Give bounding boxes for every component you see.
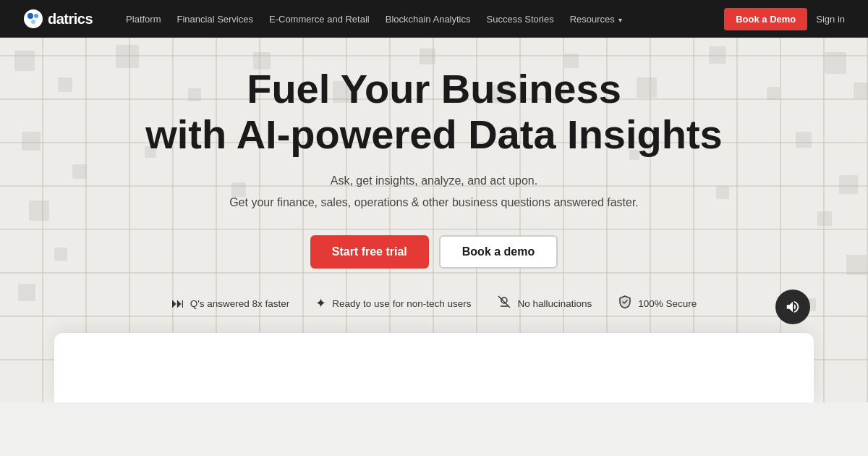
sparkle-icon: ✦ — [315, 295, 326, 311]
hero-content: Fuel Your Business with AI-powered Data … — [145, 67, 723, 295]
fast-forward-icon: ⏭ — [171, 296, 184, 311]
svg-point-2 — [34, 14, 38, 18]
preview-card — [54, 333, 814, 402]
hero-subtitle: Ask, get insights, analyze, and act upon… — [145, 172, 723, 211]
feature-badges: ⏭ Q's answered 8x faster ✦ Ready to use … — [171, 295, 697, 333]
nav-financial[interactable]: Financial Services — [177, 14, 254, 25]
logo-text: datrics — [48, 11, 93, 28]
chevron-down-icon: ▾ — [618, 16, 622, 24]
nav-platform[interactable]: Platform — [126, 14, 161, 25]
hero-title: Fuel Your Business with AI-powered Data … — [145, 67, 723, 157]
shield-icon — [618, 295, 632, 313]
logo[interactable]: datrics — [23, 9, 93, 29]
nav-links: Platform Financial Services E-Commerce a… — [126, 14, 704, 25]
no-hallucinations-icon — [497, 295, 511, 313]
svg-point-0 — [24, 9, 43, 28]
svg-point-3 — [31, 20, 35, 24]
svg-point-1 — [27, 13, 33, 19]
badge-hallucinations: No hallucinations — [497, 295, 592, 313]
start-trial-button[interactable]: Start free trial — [310, 235, 429, 269]
hero-section: Fuel Your Business with AI-powered Data … — [0, 38, 868, 402]
navbar: datrics Platform Financial Services E-Co… — [0, 0, 868, 38]
nav-blockchain[interactable]: Blockchain Analytics — [386, 14, 471, 25]
nav-resources[interactable]: Resources ▾ — [570, 14, 623, 25]
hero-buttons: Start free trial Book a demo — [145, 235, 723, 269]
nav-success[interactable]: Success Stories — [487, 14, 554, 25]
book-demo-cta-button[interactable]: Book a demo — [439, 235, 558, 269]
nav-right: Book a Demo Sign in — [724, 8, 845, 30]
badge-speed: ⏭ Q's answered 8x faster — [171, 296, 290, 311]
badge-secure: 100% Secure — [618, 295, 697, 313]
nav-ecommerce[interactable]: E-Commerce and Retail — [269, 14, 370, 25]
speaker-icon — [785, 299, 801, 315]
badge-nontech: ✦ Ready to use for non-tech users — [315, 295, 471, 311]
sign-in-link[interactable]: Sign in — [816, 14, 845, 25]
sound-toggle-button[interactable] — [775, 290, 810, 324]
book-demo-button[interactable]: Book a Demo — [724, 8, 807, 30]
